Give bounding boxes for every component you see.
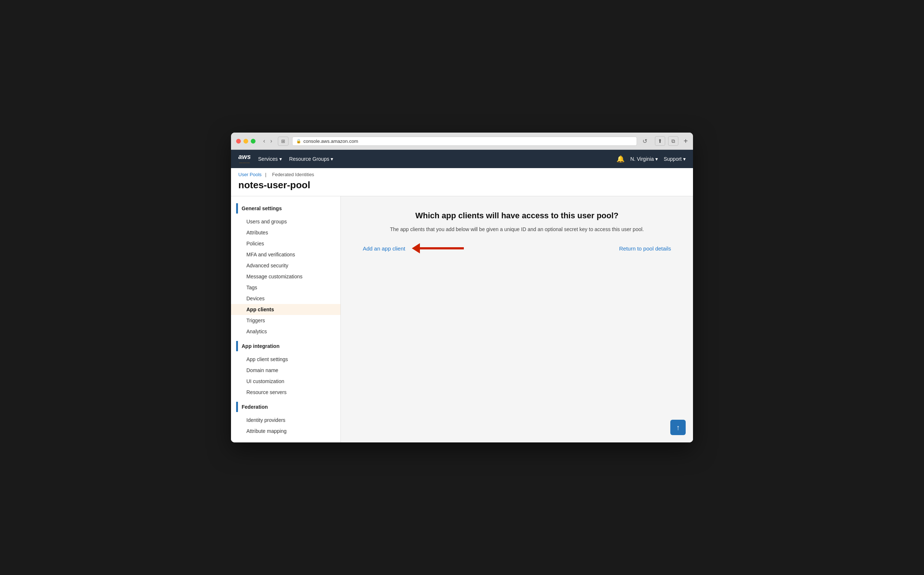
federation-label: Federation <box>242 404 268 410</box>
address-bar[interactable]: 🔒 console.aws.amazon.com <box>292 137 637 146</box>
analytics-label: Analytics <box>246 329 267 334</box>
sidebar: General settings Users and groups Attrib… <box>231 196 341 442</box>
browser-actions: ⬆ ⧉ <box>655 136 678 146</box>
triggers-label: Triggers <box>246 318 265 323</box>
devices-label: Devices <box>246 295 265 302</box>
identity-providers-label: Identity providers <box>246 417 285 423</box>
window-button[interactable]: ⧉ <box>668 136 678 146</box>
sidebar-item-message-customizations[interactable]: Message customizations <box>231 271 341 282</box>
sidebar-item-devices[interactable]: Devices <box>231 293 341 304</box>
region-label: N. Virginia <box>631 156 654 162</box>
app-client-settings-label: App client settings <box>246 356 288 362</box>
lock-icon: 🔒 <box>296 139 301 144</box>
user-pools-link[interactable]: User Pools <box>238 172 262 177</box>
app-integration-label: App integration <box>242 343 279 349</box>
sidebar-accent-federation <box>236 402 238 412</box>
arrow-head <box>412 243 420 253</box>
sidebar-item-mfa[interactable]: MFA and verifications <box>231 249 341 260</box>
users-and-groups-label: Users and groups <box>246 219 287 224</box>
page-title: notes-user-pool <box>238 179 686 191</box>
services-arrow: ▾ <box>279 156 282 162</box>
nav-buttons: ‹ › <box>262 137 274 145</box>
resource-groups-arrow: ▾ <box>331 156 333 162</box>
sidebar-item-tags[interactable]: Tags <box>231 282 341 293</box>
sidebar-item-triggers[interactable]: Triggers <box>231 315 341 326</box>
tab-view-button[interactable]: ⊞ <box>278 137 288 146</box>
message-customizations-label: Message customizations <box>246 273 303 280</box>
resource-groups-menu[interactable]: Resource Groups ▾ <box>289 154 333 164</box>
content-actions: Add an app client Return to pool details <box>363 243 671 253</box>
add-app-client-link[interactable]: Add an app client <box>363 245 405 252</box>
sidebar-item-analytics[interactable]: Analytics <box>231 326 341 337</box>
sidebar-accent-app-integration <box>236 341 238 351</box>
arrow-annotation <box>412 243 464 253</box>
breadcrumb: User Pools | Federated Identities <box>238 172 686 177</box>
sidebar-item-advanced-security[interactable]: Advanced security <box>231 260 341 271</box>
sidebar-item-resource-servers[interactable]: Resource servers <box>231 387 341 398</box>
domain-name-label: Domain name <box>246 367 278 373</box>
aws-logo-smile: ﹏﹏﹏ <box>239 159 250 164</box>
sidebar-section-app-integration: App integration App client settings Doma… <box>231 338 341 398</box>
sidebar-item-domain-name[interactable]: Domain name <box>231 365 341 376</box>
minimize-button[interactable] <box>243 139 248 144</box>
share-button[interactable]: ⬆ <box>655 136 665 146</box>
attribute-mapping-label: Attribute mapping <box>246 428 287 434</box>
sidebar-item-identity-providers[interactable]: Identity providers <box>231 415 341 426</box>
sidebar-section-general: General settings Users and groups Attrib… <box>231 201 341 337</box>
scroll-to-top-icon: ↑ <box>676 423 680 432</box>
sidebar-item-attributes[interactable]: Attributes <box>231 227 341 238</box>
notifications-bell[interactable]: 🔔 <box>617 155 624 163</box>
support-label: Support <box>664 156 682 162</box>
app-clients-label: App clients <box>246 307 274 312</box>
sidebar-item-policies[interactable]: Policies <box>231 238 341 249</box>
sidebar-item-app-clients[interactable]: App clients <box>231 304 341 315</box>
aws-nav-right: 🔔 N. Virginia ▾ Support ▾ <box>617 154 686 164</box>
attributes-label: Attributes <box>246 230 268 235</box>
region-arrow: ▾ <box>655 156 658 162</box>
sidebar-item-users-and-groups[interactable]: Users and groups <box>231 216 341 227</box>
browser-window: ‹ › ⊞ 🔒 console.aws.amazon.com ↺ ⬆ ⧉ + a… <box>231 133 693 442</box>
sidebar-app-integration-header[interactable]: App integration <box>231 338 341 354</box>
browser-titlebar: ‹ › ⊞ 🔒 console.aws.amazon.com ↺ ⬆ ⧉ + <box>231 133 693 150</box>
content-description: The app clients that you add below will … <box>363 226 671 232</box>
page-header: User Pools | Federated Identities notes-… <box>231 168 693 196</box>
services-menu[interactable]: Services ▾ <box>258 154 282 164</box>
sidebar-item-attribute-mapping[interactable]: Attribute mapping <box>231 426 341 437</box>
return-to-pool-link[interactable]: Return to pool details <box>619 245 671 252</box>
policies-label: Policies <box>246 241 264 246</box>
forward-button[interactable]: › <box>268 137 274 145</box>
services-label: Services <box>258 156 278 162</box>
support-menu[interactable]: Support ▾ <box>664 154 686 164</box>
general-settings-label: General settings <box>242 205 282 211</box>
back-button[interactable]: ‹ <box>262 137 267 145</box>
traffic-lights <box>236 139 255 144</box>
close-button[interactable] <box>236 139 241 144</box>
content-heading: Which app clients will have access to th… <box>363 211 671 221</box>
url-text: console.aws.amazon.com <box>303 138 358 144</box>
federated-identities-text: Federated Identities <box>272 172 314 177</box>
ui-customization-label: UI customization <box>246 378 284 384</box>
mfa-label: MFA and verifications <box>246 252 295 257</box>
sidebar-section-federation: Federation Identity providers Attribute … <box>231 399 341 437</box>
refresh-button[interactable]: ↺ <box>641 137 649 145</box>
scroll-to-top-button[interactable]: ↑ <box>670 420 686 435</box>
sidebar-federation-header[interactable]: Federation <box>231 399 341 415</box>
maximize-button[interactable] <box>251 139 255 144</box>
resource-servers-label: Resource servers <box>246 389 287 395</box>
aws-navbar: aws ﹏﹏﹏ Services ▾ Resource Groups ▾ 🔔 N… <box>231 150 693 168</box>
tags-label: Tags <box>246 284 257 291</box>
sidebar-accent-general <box>236 203 238 213</box>
add-app-client-section: Add an app client <box>363 243 464 253</box>
support-arrow: ▾ <box>683 156 686 162</box>
add-tab-button[interactable]: + <box>683 137 688 145</box>
sidebar-item-ui-customization[interactable]: UI customization <box>231 376 341 387</box>
region-menu[interactable]: N. Virginia ▾ <box>631 154 658 164</box>
sidebar-general-settings-header[interactable]: General settings <box>231 201 341 216</box>
advanced-security-label: Advanced security <box>246 263 288 268</box>
arrow-line <box>420 247 464 249</box>
aws-logo: aws ﹏﹏﹏ <box>238 154 251 164</box>
breadcrumb-separator: | <box>265 172 266 177</box>
sidebar-item-app-client-settings[interactable]: App client settings <box>231 354 341 365</box>
resource-groups-label: Resource Groups <box>289 156 330 162</box>
main-content: Which app clients will have access to th… <box>341 196 693 442</box>
